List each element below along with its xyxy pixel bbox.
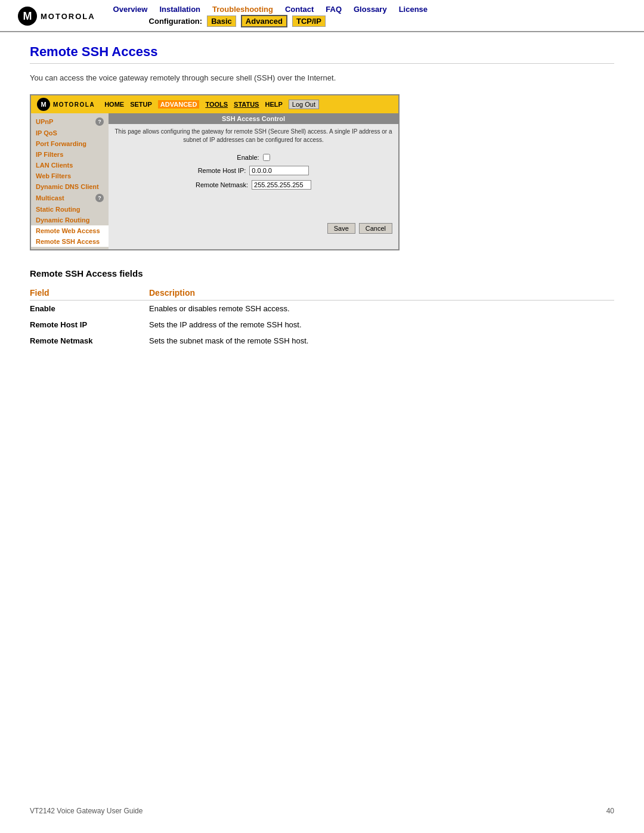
footer-left: VT2142 Voice Gateway User Guide <box>30 807 143 815</box>
enable-row: Enable: <box>120 154 386 161</box>
nav-faq[interactable]: FAQ <box>326 5 342 14</box>
config-advanced-btn[interactable]: Advanced <box>241 15 287 27</box>
remote-host-input[interactable] <box>249 166 309 175</box>
top-nav: M MOTOROLA Overview Installation Trouble… <box>0 0 644 32</box>
sidebar-item-dynamic-routing[interactable]: Dynamic Routing <box>31 215 109 225</box>
device-sidebar: UPnP ? IP QoS Port Forwarding IP Filters… <box>31 113 109 249</box>
save-button[interactable]: Save <box>327 223 355 234</box>
panel-footer: Save Cancel <box>109 218 398 239</box>
logout-button[interactable]: Log Out <box>289 100 319 109</box>
remote-netmask-input[interactable] <box>252 180 311 190</box>
sidebar-item-dynamic-dns[interactable]: Dynamic DNS Client <box>31 181 109 192</box>
device-nav-status[interactable]: STATUS <box>234 101 259 108</box>
remote-host-label: Remote Host IP: <box>198 167 246 174</box>
remote-netmask-row: Remote Netmask: <box>120 180 386 190</box>
sidebar-item-remote-ssh-access[interactable]: Remote SSH Access <box>31 236 109 247</box>
device-panel: SSH Access Control This page allows conf… <box>109 113 398 249</box>
sidebar-item-port-forwarding[interactable]: Port Forwarding <box>31 138 109 149</box>
fields-section: Remote SSH Access fields Field Descripti… <box>30 268 614 349</box>
nav-row2: Configuration: Basic Advanced TCP/IP <box>113 15 428 27</box>
col-description-header: Description <box>149 286 614 301</box>
device-nav-home[interactable]: HOME <box>104 101 124 108</box>
table-row: Remote Host IP Sets the IP address of th… <box>30 317 614 333</box>
device-nav-advanced[interactable]: ADVANCED <box>158 100 200 109</box>
device-nav-tools[interactable]: TOOLS <box>205 101 228 108</box>
motorola-logo: M MOTOROLA <box>18 7 95 26</box>
help-icon-multicast: ? <box>95 194 104 202</box>
col-field-header: Field <box>30 286 149 301</box>
enable-label: Enable: <box>237 154 259 161</box>
nav-license[interactable]: License <box>399 5 428 14</box>
desc-remote-host-ip: Sets the IP address of the remote SSH ho… <box>149 317 614 333</box>
nav-contact[interactable]: Contact <box>285 5 314 14</box>
sidebar-item-remote-web-access[interactable]: Remote Web Access <box>31 225 109 236</box>
device-topbar: M MOTOROLA HOME SETUP ADVANCED TOOLS STA… <box>31 95 398 113</box>
field-remote-netmask: Remote Netmask <box>30 333 149 349</box>
fields-title: Remote SSH Access fields <box>30 268 614 278</box>
nav-row1: Overview Installation Troubleshooting Co… <box>113 5 428 14</box>
page-footer: VT2142 Voice Gateway User Guide 40 <box>30 807 614 815</box>
motorola-icon: M <box>18 7 37 26</box>
config-basic-btn[interactable]: Basic <box>207 16 236 27</box>
panel-title: SSH Access Control <box>109 113 398 124</box>
intro-text: You can access the voice gateway remotel… <box>30 73 614 82</box>
nav-overview[interactable]: Overview <box>113 5 148 14</box>
table-row: Remote Netmask Sets the subnet mask of t… <box>30 333 614 349</box>
sidebar-item-upnp[interactable]: UPnP ? <box>31 116 109 128</box>
sidebar-item-ipqos[interactable]: IP QoS <box>31 128 109 138</box>
desc-enable: Enables or disables remote SSH access. <box>149 301 614 317</box>
nav-links: Overview Installation Troubleshooting Co… <box>113 5 428 27</box>
nav-troubleshooting[interactable]: Troubleshooting <box>212 5 273 14</box>
config-label: Configuration: <box>149 17 203 26</box>
device-ui: M MOTOROLA HOME SETUP ADVANCED TOOLS STA… <box>30 94 400 250</box>
main-content: Remote SSH Access You can access the voi… <box>0 32 644 367</box>
sidebar-item-static-routing[interactable]: Static Routing <box>31 204 109 215</box>
page-title: Remote SSH Access <box>30 44 614 64</box>
remote-host-row: Remote Host IP: <box>120 166 386 175</box>
remote-netmask-label: Remote Netmask: <box>196 181 248 188</box>
fields-table: Field Description Enable Enables or disa… <box>30 286 614 349</box>
sidebar-item-lan-clients[interactable]: LAN Clients <box>31 160 109 171</box>
sidebar-item-web-filters[interactable]: Web Filters <box>31 171 109 181</box>
logo-area: M MOTOROLA <box>18 7 95 26</box>
panel-form: Enable: Remote Host IP: Remote Netmask: <box>109 148 398 200</box>
sidebar-item-ip-filters[interactable]: IP Filters <box>31 149 109 160</box>
desc-remote-netmask: Sets the subnet mask of the remote SSH h… <box>149 333 614 349</box>
nav-glossary[interactable]: Glossary <box>354 5 387 14</box>
table-row: Enable Enables or disables remote SSH ac… <box>30 301 614 317</box>
enable-checkbox[interactable] <box>263 154 270 161</box>
device-logo-text: MOTOROLA <box>53 101 95 108</box>
device-body: UPnP ? IP QoS Port Forwarding IP Filters… <box>31 113 398 249</box>
motorola-text: MOTOROLA <box>41 12 95 21</box>
device-nav-help[interactable]: HELP <box>265 101 282 108</box>
sidebar-item-multicast[interactable]: Multicast ? <box>31 192 109 204</box>
footer-right: 40 <box>606 807 614 815</box>
device-nav-setup[interactable]: SETUP <box>130 101 152 108</box>
nav-installation[interactable]: Installation <box>159 5 200 14</box>
panel-description: This page allows configuring the gateway… <box>109 124 398 148</box>
device-logo-icon: M <box>37 98 50 111</box>
config-tcpip-btn[interactable]: TCP/IP <box>292 16 326 27</box>
cancel-button[interactable]: Cancel <box>359 223 392 234</box>
device-nav: HOME SETUP ADVANCED TOOLS STATUS HELP Lo… <box>104 100 319 109</box>
field-enable: Enable <box>30 301 149 317</box>
help-icon-upnp: ? <box>95 117 104 126</box>
field-remote-host-ip: Remote Host IP <box>30 317 149 333</box>
device-logo: M MOTOROLA <box>37 98 95 111</box>
